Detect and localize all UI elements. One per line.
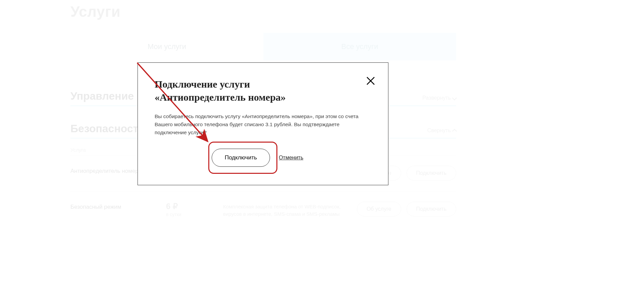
chevron-down-icon bbox=[452, 96, 457, 100]
close-icon bbox=[366, 76, 375, 86]
service-name: Безопасный режим bbox=[70, 202, 166, 210]
about-service-button[interactable]: Об услуге bbox=[357, 202, 401, 216]
service-price: 6 ₽ в сутки bbox=[166, 202, 223, 217]
section-title-security: Безопасность bbox=[70, 122, 145, 135]
section-title-management: Управление bbox=[70, 90, 134, 102]
price-amount: 6 ₽ bbox=[166, 202, 223, 211]
connect-button[interactable]: Подключить bbox=[407, 166, 456, 181]
modal-body-text: Вы собираетесь подключить услугу «Антиоп… bbox=[155, 112, 369, 137]
chevron-up-icon bbox=[452, 129, 457, 134]
tabs-bar: Мои услуги Все услуги bbox=[70, 33, 456, 60]
table-row: Безопасный режим 6 ₽ в сутки Комплексная… bbox=[70, 192, 456, 228]
section-toggle-label: Свернуть bbox=[427, 128, 451, 134]
modal-cancel-link[interactable]: Отменить bbox=[279, 155, 303, 161]
tab-my-services[interactable]: Мои услуги bbox=[70, 33, 263, 60]
modal-actions: Подключить Отменить bbox=[155, 149, 371, 167]
page-title: Услуги bbox=[70, 3, 456, 20]
modal-title: Подключение услуги «Антиопределитель ном… bbox=[155, 78, 342, 104]
modal-close-button[interactable] bbox=[366, 76, 375, 86]
confirm-connect-modal: Подключение услуги «Антиопределитель ном… bbox=[138, 62, 388, 185]
tab-all-services[interactable]: Все услуги bbox=[263, 33, 456, 60]
modal-connect-button[interactable]: Подключить bbox=[212, 149, 270, 167]
service-description: Комплексная защита телефона от WEB-подпи… bbox=[223, 202, 357, 218]
section-toggle-security[interactable]: Свернуть bbox=[427, 128, 456, 134]
price-period: в сутки bbox=[166, 212, 223, 217]
connect-button[interactable]: Подключить bbox=[407, 202, 456, 216]
section-toggle-management[interactable]: Развернуть bbox=[422, 95, 456, 101]
service-actions: Об услуге Подключить bbox=[357, 202, 456, 216]
section-toggle-label: Развернуть bbox=[422, 95, 451, 101]
